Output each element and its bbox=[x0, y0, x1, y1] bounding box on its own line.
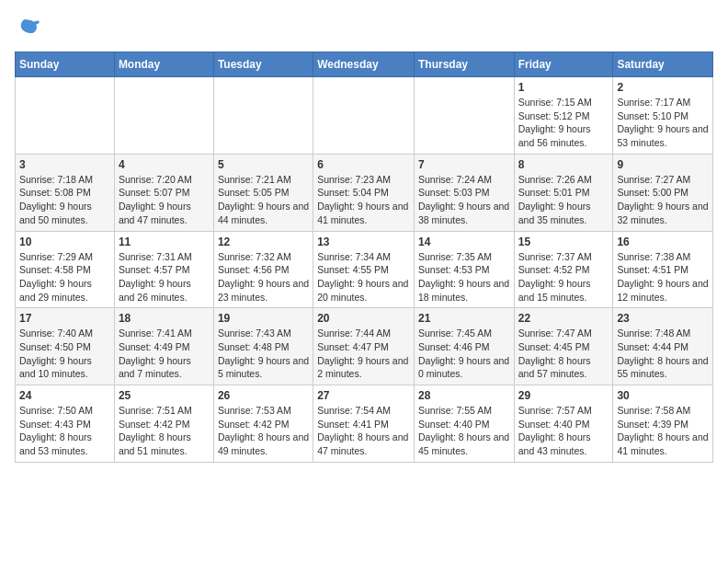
day-info: Sunrise: 7:55 AM Sunset: 4:40 PM Dayligh… bbox=[418, 404, 510, 458]
day-number: 12 bbox=[218, 236, 309, 248]
calendar-cell: 7Sunrise: 7:24 AM Sunset: 5:03 PM Daylig… bbox=[414, 154, 514, 231]
day-number: 20 bbox=[317, 312, 410, 325]
day-number: 3 bbox=[19, 158, 110, 171]
day-number: 2 bbox=[617, 81, 709, 94]
day-number: 13 bbox=[317, 236, 410, 248]
calendar-cell: 22Sunrise: 7:47 AM Sunset: 4:45 PM Dayli… bbox=[514, 308, 613, 385]
calendar-cell bbox=[16, 77, 115, 155]
calendar-cell: 1Sunrise: 7:15 AM Sunset: 5:12 PM Daylig… bbox=[514, 77, 613, 155]
day-number: 19 bbox=[218, 312, 309, 325]
day-info: Sunrise: 7:58 AM Sunset: 4:39 PM Dayligh… bbox=[617, 404, 709, 458]
day-info: Sunrise: 7:37 AM Sunset: 4:52 PM Dayligh… bbox=[518, 250, 609, 304]
weekday-header: Wednesday bbox=[313, 52, 415, 77]
day-number: 26 bbox=[218, 389, 309, 402]
day-info: Sunrise: 7:24 AM Sunset: 5:03 PM Dayligh… bbox=[418, 173, 510, 227]
day-number: 21 bbox=[418, 312, 510, 325]
calendar-cell: 28Sunrise: 7:55 AM Sunset: 4:40 PM Dayli… bbox=[414, 385, 514, 463]
calendar-cell: 10Sunrise: 7:29 AM Sunset: 4:58 PM Dayli… bbox=[16, 231, 115, 308]
day-info: Sunrise: 7:40 AM Sunset: 4:50 PM Dayligh… bbox=[19, 327, 110, 381]
day-info: Sunrise: 7:31 AM Sunset: 4:57 PM Dayligh… bbox=[119, 250, 210, 304]
page-header bbox=[15, 15, 713, 40]
day-info: Sunrise: 7:53 AM Sunset: 4:42 PM Dayligh… bbox=[218, 404, 309, 458]
day-number: 5 bbox=[218, 158, 309, 171]
calendar-cell: 24Sunrise: 7:50 AM Sunset: 4:43 PM Dayli… bbox=[16, 385, 115, 463]
calendar-cell: 9Sunrise: 7:27 AM Sunset: 5:00 PM Daylig… bbox=[613, 154, 713, 231]
day-number: 17 bbox=[19, 312, 110, 325]
calendar-cell: 21Sunrise: 7:45 AM Sunset: 4:46 PM Dayli… bbox=[414, 308, 514, 385]
calendar-cell: 29Sunrise: 7:57 AM Sunset: 4:40 PM Dayli… bbox=[514, 385, 613, 463]
logo bbox=[15, 15, 44, 40]
calendar-cell bbox=[114, 77, 213, 155]
day-number: 7 bbox=[418, 158, 510, 171]
day-info: Sunrise: 7:57 AM Sunset: 4:40 PM Dayligh… bbox=[518, 404, 609, 458]
calendar-cell bbox=[414, 77, 514, 155]
day-info: Sunrise: 7:48 AM Sunset: 4:44 PM Dayligh… bbox=[617, 327, 709, 381]
day-number: 28 bbox=[418, 389, 510, 402]
day-number: 1 bbox=[518, 81, 609, 94]
calendar-cell: 5Sunrise: 7:21 AM Sunset: 5:05 PM Daylig… bbox=[213, 154, 313, 231]
day-info: Sunrise: 7:47 AM Sunset: 4:45 PM Dayligh… bbox=[518, 327, 609, 381]
day-info: Sunrise: 7:44 AM Sunset: 4:47 PM Dayligh… bbox=[317, 327, 410, 381]
calendar-cell: 23Sunrise: 7:48 AM Sunset: 4:44 PM Dayli… bbox=[613, 308, 713, 385]
day-info: Sunrise: 7:34 AM Sunset: 4:55 PM Dayligh… bbox=[317, 250, 410, 304]
logo-bird-icon bbox=[15, 15, 40, 40]
calendar-cell bbox=[313, 77, 415, 155]
day-number: 10 bbox=[19, 236, 110, 248]
day-info: Sunrise: 7:20 AM Sunset: 5:07 PM Dayligh… bbox=[119, 173, 210, 227]
calendar-cell: 4Sunrise: 7:20 AM Sunset: 5:07 PM Daylig… bbox=[114, 154, 213, 231]
calendar-table: SundayMondayTuesdayWednesdayThursdayFrid… bbox=[15, 52, 713, 463]
calendar-cell: 20Sunrise: 7:44 AM Sunset: 4:47 PM Dayli… bbox=[313, 308, 415, 385]
day-info: Sunrise: 7:35 AM Sunset: 4:53 PM Dayligh… bbox=[418, 250, 510, 304]
day-number: 24 bbox=[19, 389, 110, 402]
day-info: Sunrise: 7:45 AM Sunset: 4:46 PM Dayligh… bbox=[418, 327, 510, 381]
day-info: Sunrise: 7:15 AM Sunset: 5:12 PM Dayligh… bbox=[518, 96, 609, 150]
day-number: 27 bbox=[317, 389, 410, 402]
calendar-week-row: 10Sunrise: 7:29 AM Sunset: 4:58 PM Dayli… bbox=[16, 231, 713, 308]
day-number: 11 bbox=[119, 236, 210, 248]
day-number: 22 bbox=[518, 312, 609, 325]
day-number: 6 bbox=[317, 158, 410, 171]
weekday-header: Sunday bbox=[16, 52, 115, 77]
day-number: 30 bbox=[617, 389, 709, 402]
calendar-cell: 8Sunrise: 7:26 AM Sunset: 5:01 PM Daylig… bbox=[514, 154, 613, 231]
day-number: 4 bbox=[119, 158, 210, 171]
calendar-cell: 25Sunrise: 7:51 AM Sunset: 4:42 PM Dayli… bbox=[114, 385, 213, 463]
weekday-header: Friday bbox=[514, 52, 613, 77]
calendar-week-row: 17Sunrise: 7:40 AM Sunset: 4:50 PM Dayli… bbox=[16, 308, 713, 385]
day-number: 16 bbox=[617, 236, 709, 248]
calendar-cell: 11Sunrise: 7:31 AM Sunset: 4:57 PM Dayli… bbox=[114, 231, 213, 308]
calendar-header-row: SundayMondayTuesdayWednesdayThursdayFrid… bbox=[16, 52, 713, 77]
calendar-week-row: 3Sunrise: 7:18 AM Sunset: 5:08 PM Daylig… bbox=[16, 154, 713, 231]
day-number: 25 bbox=[119, 389, 210, 402]
day-number: 23 bbox=[617, 312, 709, 325]
calendar-week-row: 1Sunrise: 7:15 AM Sunset: 5:12 PM Daylig… bbox=[16, 77, 713, 155]
day-info: Sunrise: 7:17 AM Sunset: 5:10 PM Dayligh… bbox=[617, 96, 709, 150]
calendar-cell: 19Sunrise: 7:43 AM Sunset: 4:48 PM Dayli… bbox=[213, 308, 313, 385]
calendar-cell: 26Sunrise: 7:53 AM Sunset: 4:42 PM Dayli… bbox=[213, 385, 313, 463]
day-info: Sunrise: 7:27 AM Sunset: 5:00 PM Dayligh… bbox=[617, 173, 709, 227]
calendar-cell: 6Sunrise: 7:23 AM Sunset: 5:04 PM Daylig… bbox=[313, 154, 415, 231]
day-number: 29 bbox=[518, 389, 609, 402]
day-number: 15 bbox=[518, 236, 609, 248]
weekday-header: Tuesday bbox=[213, 52, 313, 77]
calendar-cell: 2Sunrise: 7:17 AM Sunset: 5:10 PM Daylig… bbox=[613, 77, 713, 155]
day-info: Sunrise: 7:38 AM Sunset: 4:51 PM Dayligh… bbox=[617, 250, 709, 304]
calendar-cell: 18Sunrise: 7:41 AM Sunset: 4:49 PM Dayli… bbox=[114, 308, 213, 385]
weekday-header: Thursday bbox=[414, 52, 514, 77]
day-info: Sunrise: 7:50 AM Sunset: 4:43 PM Dayligh… bbox=[19, 404, 110, 458]
calendar-week-row: 24Sunrise: 7:50 AM Sunset: 4:43 PM Dayli… bbox=[16, 385, 713, 463]
calendar-cell: 27Sunrise: 7:54 AM Sunset: 4:41 PM Dayli… bbox=[313, 385, 415, 463]
day-info: Sunrise: 7:21 AM Sunset: 5:05 PM Dayligh… bbox=[218, 173, 309, 227]
day-number: 14 bbox=[418, 236, 510, 248]
weekday-header: Saturday bbox=[613, 52, 713, 77]
day-number: 18 bbox=[119, 312, 210, 325]
day-info: Sunrise: 7:29 AM Sunset: 4:58 PM Dayligh… bbox=[19, 250, 110, 304]
day-info: Sunrise: 7:26 AM Sunset: 5:01 PM Dayligh… bbox=[518, 173, 609, 227]
calendar-cell: 3Sunrise: 7:18 AM Sunset: 5:08 PM Daylig… bbox=[16, 154, 115, 231]
day-info: Sunrise: 7:51 AM Sunset: 4:42 PM Dayligh… bbox=[119, 404, 210, 458]
calendar-cell: 16Sunrise: 7:38 AM Sunset: 4:51 PM Dayli… bbox=[613, 231, 713, 308]
calendar-cell: 15Sunrise: 7:37 AM Sunset: 4:52 PM Dayli… bbox=[514, 231, 613, 308]
weekday-header: Monday bbox=[114, 52, 213, 77]
calendar-cell bbox=[213, 77, 313, 155]
day-info: Sunrise: 7:18 AM Sunset: 5:08 PM Dayligh… bbox=[19, 173, 110, 227]
